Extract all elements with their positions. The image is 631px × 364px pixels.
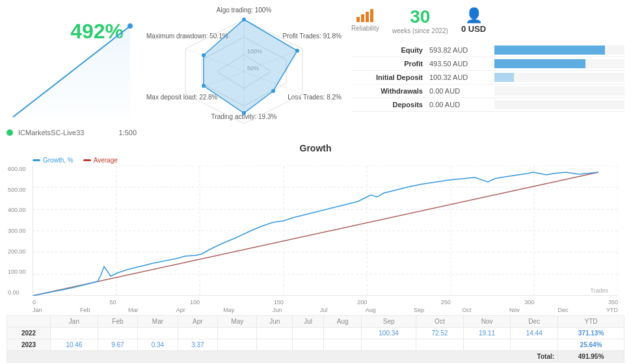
month-jun: Jun (273, 307, 282, 313)
table-row-total: Total: 491.95% (7, 351, 624, 363)
reliability-block: Reliability (351, 9, 379, 32)
2022-feb (98, 328, 137, 339)
y-label-300: 300.00 (8, 228, 26, 234)
2023-jan: 10.46 (51, 339, 98, 351)
2023-dec (511, 339, 558, 351)
month-mar: Mar (128, 307, 139, 313)
y-label-500: 500.00 (8, 187, 26, 193)
x-label-150: 150 (274, 299, 284, 306)
col-jul: Jul (293, 316, 324, 328)
svg-line-32 (33, 172, 598, 296)
svg-point-16 (202, 53, 206, 57)
weeks-label: weeks (since 2022) (392, 27, 448, 34)
y-label-100: 100.00 (8, 268, 26, 275)
metric-withdrawals-bar-bg (494, 86, 624, 96)
col-jun: Jun (257, 316, 293, 328)
account-status-dot (7, 129, 13, 136)
svg-point-11 (242, 18, 246, 21)
metric-profit-bar (494, 59, 585, 68)
col-nov: Nov (463, 316, 511, 328)
performance-panel: 492% ICMark (7, 6, 137, 136)
2022-ytd: 371.13% (558, 328, 624, 339)
2022-dec: 14.44 (511, 328, 558, 339)
metrics-panel: Reliability 30 weeks (since 2022) 👤 0 US… (351, 6, 624, 136)
legend-growth: Growth, % (33, 157, 74, 164)
legend-average-dot (83, 159, 91, 161)
svg-point-1 (128, 23, 133, 29)
2022-jun (257, 328, 293, 339)
svg-point-13 (271, 89, 275, 93)
performance-table: Jan Feb Mar Apr May Jun Jul Aug Sep Oct … (7, 315, 624, 363)
y-axis: 600.00 500.00 400.00 300.00 200.00 100.0… (8, 166, 26, 296)
chart-legend: Growth, % Average (33, 157, 624, 164)
2023-jun (257, 339, 293, 351)
month-feb: Feb (80, 307, 90, 313)
table-row-2022: 2022 100.34 72.52 19.11 14.44 371.13% (7, 328, 624, 339)
x-label-0: 0 (33, 299, 36, 306)
metric-profit-label: Profit (351, 60, 423, 68)
x-label-250: 250 (441, 299, 451, 306)
metric-equity-bar-bg (494, 46, 624, 55)
usd-value: 0 USD (461, 24, 486, 34)
col-dec: Dec (511, 316, 558, 328)
svg-text:Trades: Trades (590, 287, 608, 294)
metric-initial-bar-bg (494, 73, 624, 82)
2023-oct (416, 339, 464, 351)
2022-oct: 72.52 (416, 328, 464, 339)
x-axis-labels: 0 50 100 150 200 250 300 350 (33, 299, 618, 306)
metric-deposits-value: 0.00 AUD (429, 101, 488, 109)
month-jul: Jul (320, 307, 328, 313)
2023-feb: 9.67 (98, 339, 137, 351)
person-icon: 👤 (465, 7, 483, 24)
account-info: ICMarketsSC-Live33 1:500 (7, 129, 137, 136)
leverage-value: 1:500 (118, 129, 137, 136)
reliability-icon (356, 9, 373, 22)
metric-profit-bar-bg (494, 59, 624, 68)
total-value: 491.95% (558, 351, 624, 363)
svg-point-12 (295, 49, 299, 53)
svg-point-15 (202, 84, 206, 88)
2023-mar: 0.34 (138, 339, 178, 351)
metric-row-initial: Initial Deposit 100.32 AUD (351, 71, 624, 84)
2023-may (218, 339, 257, 351)
radar-chart: Algo trading: 100% Profit Trades: 91.8% … (146, 6, 342, 136)
col-may: May (218, 316, 257, 328)
2022-jan (51, 328, 98, 339)
metric-withdrawals-value: 0.00 AUD (429, 87, 488, 95)
y-label-200: 200.00 (8, 248, 26, 255)
total-label: Total: (7, 351, 558, 363)
2022-jul (293, 328, 324, 339)
col-mar: Mar (138, 316, 178, 328)
radar-panel: Algo trading: 100% Profit Trades: 91.8% … (143, 6, 345, 136)
col-aug: Aug (324, 316, 362, 328)
2022-nov: 19.11 (463, 328, 511, 339)
2023-ytd: 25.64% (558, 339, 624, 351)
month-dec: Dec (557, 307, 568, 313)
chart-title: Growth (7, 143, 624, 153)
metric-initial-label: Initial Deposit (351, 73, 423, 81)
year-2023: 2023 (7, 339, 51, 351)
metric-row-deposits: Deposits 0.00 AUD (351, 98, 624, 112)
metric-profit-value: 493.50 AUD (429, 60, 488, 68)
metric-equity-label: Equity (351, 46, 423, 54)
2022-sep: 100.34 (362, 328, 416, 339)
x-label-300: 300 (524, 299, 534, 306)
x-label-350: 350 (608, 299, 618, 306)
metrics-table: Equity 593.82 AUD Profit 493.50 AUD Init… (351, 44, 624, 112)
table-row-2023: 2023 10.46 9.67 0.34 3.37 25.64% (7, 339, 624, 351)
x-label-50: 50 (110, 299, 116, 306)
month-sep: Sep (414, 307, 424, 313)
y-label-400: 400.00 (8, 207, 26, 213)
legend-average-label: Average (94, 157, 118, 164)
metric-row-profit: Profit 493.50 AUD (351, 57, 624, 71)
x-label-100: 100 (190, 299, 200, 306)
metric-equity-bar (494, 46, 605, 55)
metric-initial-bar (494, 73, 514, 82)
y-label-0: 0.00 (8, 289, 26, 296)
month-ytd: YTD (606, 307, 618, 313)
2023-aug (324, 339, 362, 351)
y-label-600: 600.00 (8, 166, 26, 172)
month-apr: Apr (176, 307, 185, 313)
col-oct: Oct (416, 316, 464, 328)
month-oct: Oct (463, 307, 472, 313)
